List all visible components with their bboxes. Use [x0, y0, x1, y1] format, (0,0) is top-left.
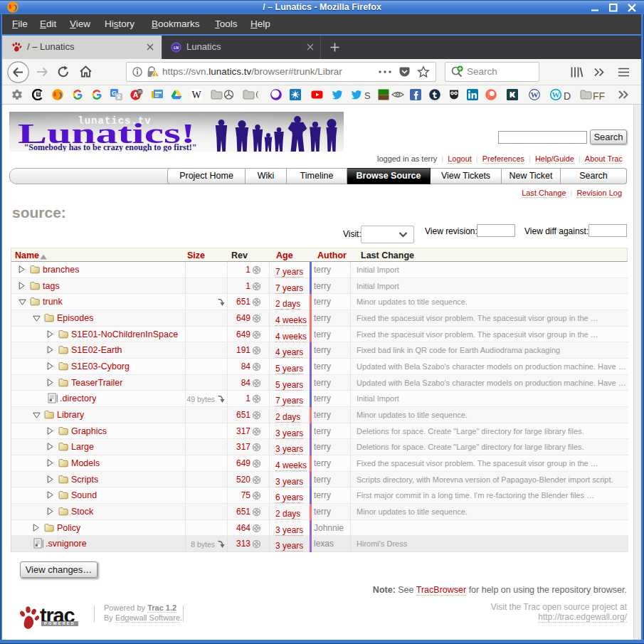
svg-text:"Somebody has to be crazy enou: "Somebody has to be crazy enough to go f… — [24, 142, 197, 152]
svg-text:W: W — [531, 90, 539, 99]
svg-text:LN: LN — [174, 46, 179, 50]
svg-text:W: W — [552, 90, 560, 99]
svg-text:W: W — [191, 90, 201, 100]
svg-text:35: 35 — [137, 90, 142, 94]
